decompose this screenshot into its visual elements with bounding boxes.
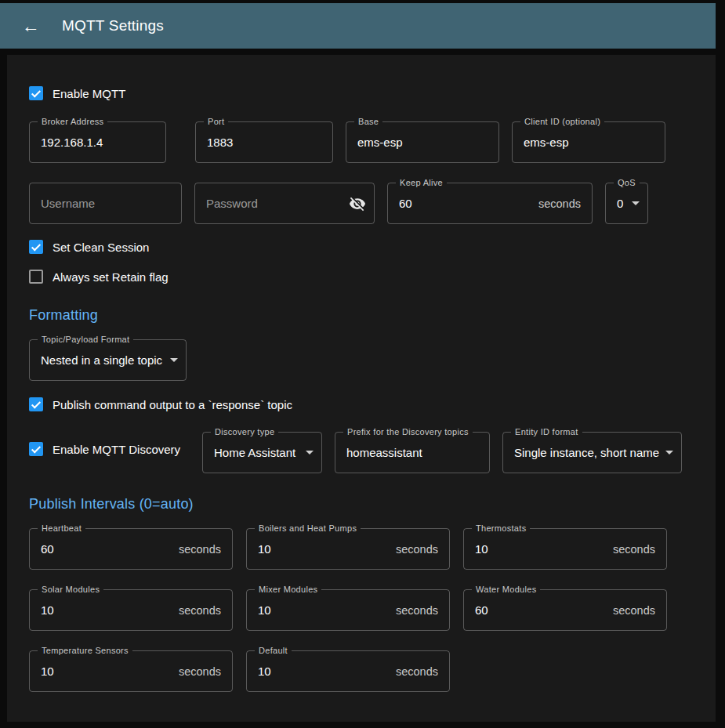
username-input[interactable]: [30, 183, 181, 223]
unit-suffix: seconds: [179, 543, 232, 556]
interval-field-default[interactable]: Default seconds: [246, 650, 450, 692]
enable-discovery-label: Enable MQTT Discovery: [53, 443, 180, 456]
discovery-prefix-input[interactable]: [335, 433, 489, 473]
unit-suffix: seconds: [396, 543, 449, 556]
qos-value: 0: [606, 197, 632, 210]
dropdown-caret-icon: [665, 451, 673, 455]
base-label: Base: [354, 116, 382, 128]
intervals-grid: Heartbeat seconds Boilers and Heat Pumps…: [29, 528, 694, 692]
discovery-prefix-field[interactable]: Prefix for the Discovery topics: [335, 432, 490, 473]
unit-suffix: seconds: [396, 665, 449, 678]
interval-input[interactable]: [247, 651, 396, 691]
port-input[interactable]: [196, 122, 332, 162]
client-id-input[interactable]: [513, 122, 665, 162]
base-input[interactable]: [346, 122, 498, 162]
broker-address-field[interactable]: Broker Address: [29, 121, 166, 163]
enable-mqtt-row[interactable]: Enable MQTT: [29, 86, 694, 100]
discovery-type-select[interactable]: Discovery type Home Assistant: [202, 432, 322, 473]
unit-suffix: seconds: [613, 604, 666, 617]
unit-suffix: seconds: [179, 604, 232, 617]
broker-address-input[interactable]: [30, 122, 165, 162]
password-field[interactable]: [194, 183, 375, 224]
discovery-type-label: Discovery type: [211, 426, 278, 438]
entity-id-format-select[interactable]: Entity ID format Single instance, short …: [502, 432, 682, 473]
interval-input[interactable]: [30, 529, 179, 569]
topic-format-row: Topic/Payload Format Nested in a single …: [29, 339, 694, 381]
dropdown-caret-icon: [306, 451, 314, 455]
publish-response-label: Publish command output to a `response` t…: [53, 398, 292, 411]
interval-field-solar[interactable]: Solar Modules seconds: [29, 589, 233, 631]
interval-label: Temperature Sensors: [38, 645, 132, 657]
qos-select[interactable]: QoS 0: [605, 183, 648, 224]
eye-off-icon[interactable]: [349, 195, 366, 212]
retain-flag-row[interactable]: Always set Retain flag: [29, 270, 694, 284]
clean-session-checkbox[interactable]: [29, 240, 43, 254]
discovery-prefix-label: Prefix for the Discovery topics: [343, 426, 473, 438]
unit-suffix: seconds: [396, 604, 449, 617]
discovery-type-value: Home Assistant: [203, 446, 306, 459]
interval-label: Water Modules: [472, 584, 540, 596]
client-id-label: Client ID (optional): [520, 116, 604, 128]
topic-format-select[interactable]: Topic/Payload Format Nested in a single …: [29, 339, 187, 381]
client-id-field[interactable]: Client ID (optional): [512, 121, 665, 163]
discovery-row: Enable MQTT Discovery Discovery type Hom…: [29, 432, 694, 473]
interval-input[interactable]: [30, 590, 179, 630]
unit-suffix: seconds: [179, 665, 232, 678]
interval-input[interactable]: [464, 590, 613, 630]
keep-alive-field[interactable]: Keep Alive seconds: [387, 183, 593, 224]
clean-session-label: Set Clean Session: [53, 241, 149, 254]
formatting-heading: Formatting: [29, 307, 694, 324]
port-field[interactable]: Port: [195, 121, 333, 163]
interval-input[interactable]: [464, 529, 613, 569]
interval-field-thermostats[interactable]: Thermostats seconds: [463, 528, 667, 570]
publish-intervals-heading: Publish Intervals (0=auto): [29, 496, 694, 512]
interval-field-mixer[interactable]: Mixer Modules seconds: [246, 589, 450, 631]
password-input[interactable]: [195, 183, 349, 223]
interval-field-water[interactable]: Water Modules seconds: [463, 589, 667, 631]
enable-mqtt-checkbox[interactable]: [29, 86, 43, 100]
interval-label: Default: [255, 645, 292, 657]
clean-session-row[interactable]: Set Clean Session: [29, 240, 694, 254]
keep-alive-input[interactable]: [388, 183, 538, 223]
dropdown-caret-icon: [632, 201, 640, 205]
interval-input[interactable]: [247, 590, 396, 630]
broker-fields-row: Broker Address Port Base Client ID (opti…: [29, 121, 694, 163]
interval-field-heartbeat[interactable]: Heartbeat seconds: [29, 528, 233, 570]
retain-flag-label: Always set Retain flag: [53, 270, 169, 284]
topic-format-value: Nested in a single topic: [30, 353, 170, 367]
interval-label: Heartbeat: [38, 523, 85, 534]
app-bar: ← MQTT Settings: [0, 3, 716, 49]
publish-response-row[interactable]: Publish command output to a `response` t…: [29, 397, 694, 411]
enable-discovery-row[interactable]: Enable MQTT Discovery: [29, 442, 202, 456]
keep-alive-unit: seconds: [538, 197, 592, 210]
broker-address-label: Broker Address: [38, 116, 107, 128]
interval-label: Mixer Modules: [255, 584, 321, 596]
settings-panel: Enable MQTT Broker Address Port Base Cli…: [7, 55, 716, 722]
enable-mqtt-label: Enable MQTT: [53, 87, 125, 100]
publish-response-checkbox[interactable]: [29, 397, 43, 411]
interval-field-boilers[interactable]: Boilers and Heat Pumps seconds: [246, 528, 450, 570]
unit-suffix: seconds: [613, 543, 666, 556]
entity-id-format-value: Single instance, short name: [503, 446, 665, 459]
interval-input[interactable]: [30, 651, 179, 691]
page-title: MQTT Settings: [62, 17, 164, 34]
interval-label: Solar Modules: [38, 584, 103, 596]
dropdown-caret-icon: [170, 358, 178, 362]
qos-label: QoS: [614, 177, 640, 189]
topic-format-label: Topic/Payload Format: [38, 334, 133, 346]
retain-flag-checkbox[interactable]: [29, 270, 43, 284]
entity-id-format-label: Entity ID format: [511, 426, 582, 438]
keep-alive-label: Keep Alive: [396, 177, 447, 189]
back-arrow-icon[interactable]: ←: [20, 17, 41, 35]
credentials-row: Keep Alive seconds QoS 0: [29, 183, 694, 224]
interval-label: Thermostats: [472, 523, 530, 534]
interval-field-temperature-sensors[interactable]: Temperature Sensors seconds: [29, 650, 233, 692]
interval-input[interactable]: [247, 529, 396, 569]
base-field[interactable]: Base: [346, 121, 499, 163]
enable-discovery-checkbox[interactable]: [29, 442, 43, 456]
port-label: Port: [204, 116, 228, 128]
username-field[interactable]: [29, 183, 182, 224]
interval-label: Boilers and Heat Pumps: [255, 523, 361, 534]
